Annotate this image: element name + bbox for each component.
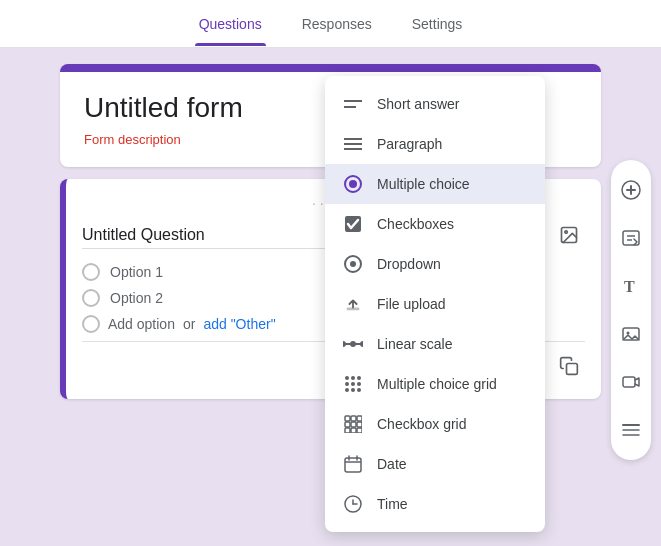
- svg-point-20: [357, 376, 361, 380]
- import-questions-button[interactable]: [611, 218, 651, 258]
- time-icon: [343, 494, 363, 514]
- top-nav: Questions Responses Settings: [0, 0, 661, 48]
- menu-item-linear-scale[interactable]: Linear scale: [325, 324, 545, 364]
- menu-item-date[interactable]: Date: [325, 444, 545, 484]
- svg-point-12: [350, 261, 356, 267]
- menu-item-multiple-choice-label: Multiple choice: [377, 176, 470, 192]
- file-upload-icon: [343, 294, 363, 314]
- svg-rect-31: [351, 422, 356, 427]
- add-option-or: or: [183, 316, 195, 332]
- nav-settings[interactable]: Settings: [408, 2, 467, 46]
- option-1-label: Option 1: [110, 264, 163, 280]
- option-2-radio: [82, 289, 100, 307]
- menu-item-time-label: Time: [377, 496, 408, 512]
- menu-item-checkboxes[interactable]: Checkboxes: [325, 204, 545, 244]
- add-option-radio: [82, 315, 100, 333]
- nav-questions[interactable]: Questions: [195, 2, 266, 46]
- question-type-dropdown: Short answer Paragraph Multiple choice C…: [325, 76, 545, 532]
- checkboxes-icon: [343, 214, 363, 234]
- svg-rect-28: [351, 416, 356, 421]
- svg-point-18: [345, 376, 349, 380]
- add-section-button[interactable]: [611, 410, 651, 450]
- svg-point-9: [349, 180, 357, 188]
- menu-item-multiple-choice-grid-label: Multiple choice grid: [377, 376, 497, 392]
- add-option-text[interactable]: Add option: [108, 316, 175, 332]
- svg-rect-13: [347, 308, 360, 311]
- svg-point-17: [360, 341, 363, 347]
- svg-point-15: [343, 341, 346, 347]
- checkbox-grid-icon: [343, 414, 363, 434]
- paragraph-icon: [343, 134, 363, 154]
- svg-point-23: [357, 382, 361, 386]
- date-icon: [343, 454, 363, 474]
- svg-point-24: [345, 388, 349, 392]
- add-question-button[interactable]: [611, 170, 651, 210]
- menu-item-paragraph[interactable]: Paragraph: [325, 124, 545, 164]
- multiple-choice-icon: [343, 174, 363, 194]
- menu-item-checkboxes-label: Checkboxes: [377, 216, 454, 232]
- menu-item-file-upload[interactable]: File upload: [325, 284, 545, 324]
- svg-point-21: [345, 382, 349, 386]
- svg-text:T: T: [624, 278, 635, 295]
- add-title-button[interactable]: T: [611, 266, 651, 306]
- svg-point-22: [351, 382, 355, 386]
- menu-item-short-answer-label: Short answer: [377, 96, 459, 112]
- svg-rect-33: [345, 428, 350, 433]
- short-answer-icon: [343, 94, 363, 114]
- menu-item-paragraph-label: Paragraph: [377, 136, 442, 152]
- svg-rect-2: [567, 364, 578, 375]
- svg-point-19: [351, 376, 355, 380]
- copy-question-button[interactable]: [553, 350, 585, 382]
- menu-item-file-upload-label: File upload: [377, 296, 446, 312]
- menu-item-linear-scale-label: Linear scale: [377, 336, 453, 352]
- option-2-label: Option 2: [110, 290, 163, 306]
- nav-responses[interactable]: Responses: [298, 2, 376, 46]
- svg-point-26: [357, 388, 361, 392]
- svg-rect-30: [345, 422, 350, 427]
- menu-item-dropdown-label: Dropdown: [377, 256, 441, 272]
- svg-rect-35: [357, 428, 362, 433]
- svg-rect-34: [351, 428, 356, 433]
- menu-item-checkbox-grid[interactable]: Checkbox grid: [325, 404, 545, 444]
- svg-point-16: [350, 341, 356, 347]
- svg-point-51: [627, 332, 630, 335]
- menu-item-checkbox-grid-label: Checkbox grid: [377, 416, 467, 432]
- svg-rect-52: [623, 377, 635, 387]
- menu-item-date-label: Date: [377, 456, 407, 472]
- right-toolbar: T: [611, 160, 651, 460]
- multiple-choice-grid-icon: [343, 374, 363, 394]
- option-1-radio: [82, 263, 100, 281]
- menu-item-dropdown[interactable]: Dropdown: [325, 244, 545, 284]
- svg-point-25: [351, 388, 355, 392]
- svg-rect-27: [345, 416, 350, 421]
- svg-point-1: [565, 231, 568, 234]
- linear-scale-icon: [343, 334, 363, 354]
- menu-item-short-answer[interactable]: Short answer: [325, 84, 545, 124]
- menu-item-multiple-choice-grid[interactable]: Multiple choice grid: [325, 364, 545, 404]
- add-video-button[interactable]: [611, 362, 651, 402]
- add-other-link[interactable]: add "Other": [203, 316, 275, 332]
- svg-rect-29: [357, 416, 362, 421]
- add-image-to-question-button[interactable]: [553, 219, 585, 251]
- dropdown-icon: [343, 254, 363, 274]
- svg-rect-36: [345, 458, 361, 472]
- add-image-button[interactable]: [611, 314, 651, 354]
- menu-item-time[interactable]: Time: [325, 484, 545, 524]
- menu-item-multiple-choice[interactable]: Multiple choice: [325, 164, 545, 204]
- svg-rect-32: [357, 422, 362, 427]
